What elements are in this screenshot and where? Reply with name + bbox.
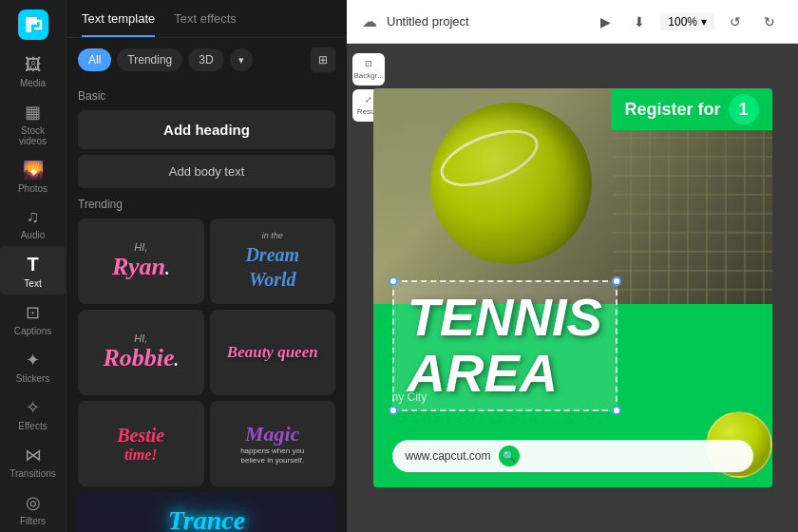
sidebar-item-stock-videos[interactable]: ▦ Stockvideos xyxy=(0,94,66,152)
sidebar: 🖼 Media ▦ Stockvideos 🌄 Photos ♫ Audio T… xyxy=(0,0,66,532)
filter-bar: All Trending 3D ▾ ⊞ xyxy=(66,38,347,82)
main-area: ☁ Untitled project ▶ ⬇ 100% ▾ ↺ ↻ ⊡ Back… xyxy=(347,0,798,532)
filter-more-button[interactable]: ▾ xyxy=(230,48,253,71)
cloud-icon: ☁ xyxy=(362,12,377,30)
topbar: ☁ Untitled project ▶ ⬇ 100% ▾ ↺ ↻ xyxy=(347,0,798,44)
logo[interactable] xyxy=(12,8,54,42)
sidebar-label-text: Text xyxy=(24,278,41,289)
handle-bl xyxy=(389,406,398,415)
filter-all[interactable]: All xyxy=(78,48,111,71)
sidebar-item-effects[interactable]: ✧ Effects xyxy=(0,390,66,437)
filter-3d[interactable]: 3D xyxy=(188,48,223,71)
canvas-area: ⊡ Backgr... ⤢ Resize Register for 1 xyxy=(347,44,798,532)
sidebar-item-text[interactable]: T Text xyxy=(0,246,66,294)
panel-content: Basic Add heading Add body text Trending… xyxy=(66,82,347,532)
tab-text-template[interactable]: Text template xyxy=(82,11,155,37)
panel-tabs: Text template Text effects xyxy=(66,0,347,38)
topbar-controls: ▶ ⬇ 100% ▾ ↺ ↻ xyxy=(592,9,783,35)
sidebar-label-transitions: Transitions xyxy=(10,468,56,479)
export-button[interactable]: ⬇ xyxy=(626,9,653,35)
sidebar-label-audio: Audio xyxy=(21,230,46,240)
trending-item-hi-robbie[interactable]: HI, Robbie. xyxy=(78,310,204,395)
photos-icon: 🌄 xyxy=(23,160,44,180)
redo-button[interactable]: ↻ xyxy=(756,9,783,35)
sidebar-item-transitions[interactable]: ⋈ Transitions xyxy=(0,437,66,484)
background-tool[interactable]: ⊡ Backgr... xyxy=(352,53,385,86)
sidebar-item-stickers[interactable]: ✦ Stickers xyxy=(0,342,66,390)
tennis-text: TENNIS AREA xyxy=(408,290,602,402)
captions-icon: ⊡ xyxy=(26,302,40,323)
trending-item-beauty-queen[interactable]: Beauty queen xyxy=(210,310,336,395)
trending-item-dream-world[interactable]: in the Dream World xyxy=(210,218,336,304)
transitions-icon: ⋈ xyxy=(25,445,42,466)
add-body-button[interactable]: Add body text xyxy=(78,155,335,188)
sidebar-item-filters[interactable]: ◎ Filters xyxy=(0,484,66,532)
filters-icon: ◎ xyxy=(26,492,41,513)
sidebar-item-photos[interactable]: 🌄 Photos xyxy=(0,152,66,200)
basic-section-title: Basic xyxy=(78,89,335,103)
trending-item-hi-ryan[interactable]: HI, Ryan. xyxy=(78,218,204,304)
sidebar-label-captions: Captions xyxy=(14,326,51,336)
sidebar-item-captions[interactable]: ⊡ Captions xyxy=(0,294,66,342)
project-title: Untitled project xyxy=(387,14,582,28)
trending-item-bestie-time[interactable]: Bestie time! xyxy=(78,401,204,486)
sidebar-label-effects: Effects xyxy=(18,421,47,431)
zoom-chevron-icon: ▾ xyxy=(701,15,707,28)
url-search-icon[interactable]: 🔍 xyxy=(499,446,520,466)
tennis-text-selection[interactable]: TENNIS AREA xyxy=(392,280,618,411)
media-icon: 🖼 xyxy=(25,55,42,75)
text-icon: T xyxy=(27,254,38,276)
sidebar-item-audio[interactable]: ♫ Audio xyxy=(0,200,66,246)
header-bar: Register for 1 xyxy=(611,88,771,130)
trending-grid: HI, Ryan. in the Dream World HI, xyxy=(78,218,335,486)
trance-label: Trance xyxy=(168,505,245,532)
stock-videos-icon: ▦ xyxy=(25,102,41,123)
sidebar-label-photos: Photos xyxy=(18,183,48,194)
resize-icon: ⤢ xyxy=(365,95,372,104)
zoom-control[interactable]: 100% ▾ xyxy=(660,12,714,31)
tab-text-effects[interactable]: Text effects xyxy=(174,11,237,37)
effects-icon: ✧ xyxy=(26,397,40,418)
trending-item-trance[interactable]: Trance xyxy=(78,492,335,532)
stickers-icon: ✦ xyxy=(26,350,40,370)
url-text: www.capcut.com xyxy=(406,449,491,463)
url-bar: www.capcut.com 🔍 xyxy=(392,440,753,472)
sidebar-label-stickers: Stickers xyxy=(16,373,50,384)
panel: Text template Text effects All Trending … xyxy=(66,0,347,532)
header-text: Register for xyxy=(624,100,720,120)
sidebar-label-filters: Filters xyxy=(20,516,46,526)
background-label: Backgr... xyxy=(353,71,383,80)
sidebar-label-stock: Stockvideos xyxy=(19,125,47,146)
filter-sort-icon[interactable]: ⊞ xyxy=(311,48,335,72)
sidebar-item-media[interactable]: 🖼 Media xyxy=(0,48,66,94)
zoom-value: 100% xyxy=(668,15,697,28)
audio-icon: ♫ xyxy=(27,207,40,227)
filter-trending[interactable]: Trending xyxy=(117,48,182,71)
trending-item-magic[interactable]: Magic happens when youbelieve in yoursel… xyxy=(210,401,336,486)
undo-button[interactable]: ↺ xyxy=(722,9,749,35)
url-bar-area: www.capcut.com 🔍 xyxy=(392,440,753,472)
play-button[interactable]: ▶ xyxy=(592,9,618,35)
sidebar-label-media: Media xyxy=(20,78,46,88)
add-heading-button[interactable]: Add heading xyxy=(78,110,335,149)
handle-br xyxy=(612,406,621,415)
canvas-preview: Register for 1 ny City TENNIS AREA xyxy=(373,88,772,487)
header-circle: 1 xyxy=(729,94,759,124)
background-icon: ⊡ xyxy=(365,59,372,68)
handle-tl xyxy=(389,276,398,286)
trending-section-title: Trending xyxy=(78,198,335,211)
